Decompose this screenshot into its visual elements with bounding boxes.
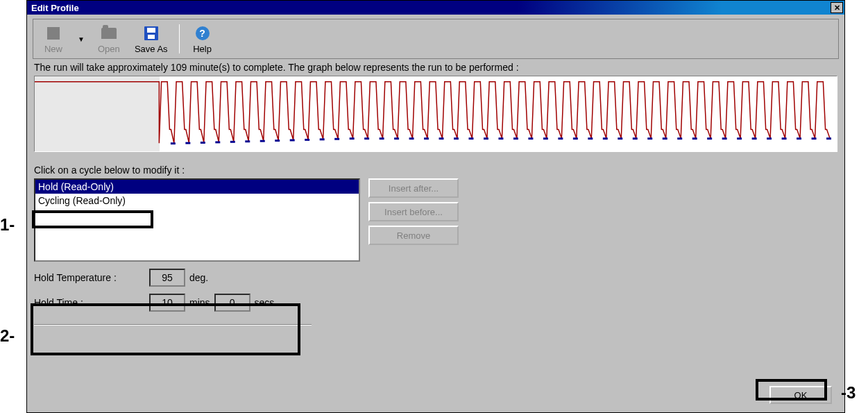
toolbar: New ▼ Open Save As ? Help <box>33 19 839 59</box>
svg-rect-15 <box>394 137 399 140</box>
svg-rect-29 <box>603 137 608 140</box>
close-icon: ✕ <box>834 3 840 12</box>
svg-rect-1 <box>185 142 190 144</box>
svg-rect-12 <box>350 137 355 140</box>
window-title: Edit Profile <box>28 3 831 13</box>
svg-rect-21 <box>484 137 488 140</box>
svg-rect-2 <box>201 142 205 144</box>
svg-rect-27 <box>573 137 578 140</box>
svg-rect-11 <box>334 138 339 140</box>
svg-rect-0 <box>171 142 176 144</box>
svg-rect-3 <box>215 141 220 143</box>
svg-rect-26 <box>558 137 563 140</box>
new-button[interactable]: New <box>36 23 71 56</box>
separator-line <box>34 324 312 326</box>
hold-time-min-unit: mins <box>189 297 210 308</box>
open-icon <box>100 24 118 42</box>
svg-rect-19 <box>454 137 459 140</box>
svg-rect-10 <box>320 138 325 140</box>
insert-before-button[interactable]: Insert before... <box>368 202 459 221</box>
svg-rect-38 <box>737 137 742 140</box>
svg-rect-42 <box>797 137 801 140</box>
hold-time-sec-input[interactable]: 0 <box>214 294 250 312</box>
svg-rect-8 <box>290 140 295 142</box>
svg-rect-20 <box>469 137 474 140</box>
close-button[interactable]: ✕ <box>831 2 843 13</box>
svg-rect-7 <box>275 140 280 142</box>
help-button[interactable]: ? Help <box>185 23 220 56</box>
svg-rect-37 <box>722 137 727 140</box>
svg-rect-4 <box>230 141 235 143</box>
run-info-text: The run will take approximately 109 minu… <box>34 62 837 73</box>
hold-temp-unit: deg. <box>189 272 208 283</box>
callout-1-label: 1- <box>0 215 15 235</box>
svg-rect-33 <box>663 137 667 140</box>
svg-rect-41 <box>782 137 787 140</box>
svg-rect-35 <box>692 137 697 140</box>
svg-rect-31 <box>633 137 638 140</box>
hold-time-min-input[interactable]: 10 <box>149 294 185 312</box>
svg-rect-18 <box>439 137 444 140</box>
hold-parameters: Hold Temperature : 95 deg. Hold Time : 1… <box>34 269 837 312</box>
svg-rect-6 <box>260 140 265 142</box>
insert-after-button[interactable]: Insert after... <box>368 178 459 198</box>
edit-profile-window: Edit Profile ✕ New ▼ Open Save As ? Help… <box>26 0 845 413</box>
svg-rect-36 <box>707 137 712 140</box>
svg-rect-24 <box>528 137 533 140</box>
ok-button[interactable]: OK <box>769 386 832 404</box>
svg-rect-22 <box>498 137 503 140</box>
svg-rect-13 <box>364 137 369 140</box>
svg-rect-43 <box>812 137 817 140</box>
svg-rect-40 <box>767 137 772 140</box>
new-dropdown-icon[interactable]: ▼ <box>74 35 89 43</box>
svg-rect-25 <box>543 137 548 140</box>
hold-time-sec-unit: secs <box>255 297 275 308</box>
modify-cycle-label: Click on a cycle below to modify it : <box>34 165 837 176</box>
list-item[interactable]: Cycling (Read-Only) <box>35 194 359 208</box>
titlebar: Edit Profile ✕ <box>27 1 844 15</box>
open-button[interactable]: Open <box>92 23 126 56</box>
callout-3-label: -3 <box>841 383 856 403</box>
svg-rect-28 <box>588 137 593 140</box>
hold-temp-label: Hold Temperature : <box>34 272 145 283</box>
callout-2-label: 2- <box>0 326 15 346</box>
profile-graph <box>34 76 837 152</box>
svg-rect-32 <box>647 137 652 140</box>
svg-rect-17 <box>424 137 429 140</box>
svg-rect-44 <box>826 137 831 140</box>
svg-rect-30 <box>618 137 622 140</box>
hold-temp-input[interactable]: 95 <box>149 269 185 287</box>
hold-time-label: Hold Time : <box>34 297 145 308</box>
svg-rect-39 <box>752 137 757 140</box>
svg-rect-9 <box>305 139 309 141</box>
help-icon: ? <box>194 24 212 42</box>
cycle-list[interactable]: Hold (Read-Only) Cycling (Read-Only) <box>34 178 360 262</box>
save-icon <box>142 24 160 42</box>
svg-rect-23 <box>513 137 518 140</box>
svg-rect-14 <box>380 137 384 140</box>
list-item[interactable]: Hold (Read-Only) <box>35 180 359 194</box>
new-icon <box>44 24 62 42</box>
svg-rect-16 <box>409 137 414 140</box>
svg-rect-34 <box>677 137 682 140</box>
svg-rect-5 <box>245 140 250 142</box>
toolbar-separator <box>179 24 180 53</box>
graph-svg <box>35 76 837 151</box>
save-as-button[interactable]: Save As <box>129 23 173 56</box>
remove-button[interactable]: Remove <box>368 226 459 245</box>
